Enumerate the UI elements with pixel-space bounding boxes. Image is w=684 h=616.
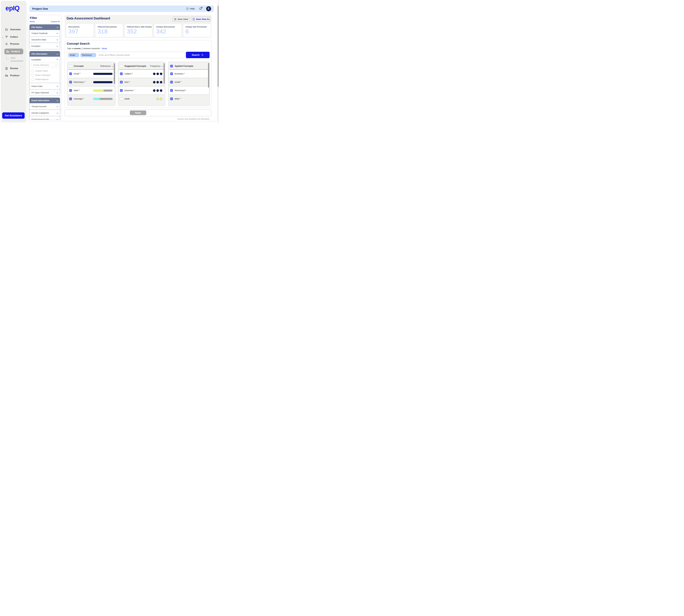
search-label: Search — [192, 54, 200, 57]
panel-scrollbar[interactable] — [208, 63, 209, 88]
filter-row-expanded[interactable]: Custodian — [29, 57, 60, 63]
project-title: Project One — [32, 7, 48, 10]
sidebar-item-overview[interactable]: Overview — [5, 27, 21, 32]
checkbox-checked[interactable] — [170, 72, 173, 75]
row-label: letter * — [175, 97, 181, 100]
sort-control[interactable]: Relevance — [100, 65, 113, 67]
checkbox-unchecked[interactable] — [120, 65, 123, 67]
save-view-button[interactable]: Save View — [173, 17, 189, 22]
help-label: Help — [190, 7, 195, 10]
sidebar-item-produce[interactable]: Produce — [5, 73, 19, 78]
checkbox-unchecked[interactable] — [69, 65, 72, 67]
checkbox-checked[interactable] — [120, 72, 123, 75]
scrollbar-thumb[interactable] — [218, 6, 219, 87]
chevron-down-icon — [56, 26, 58, 28]
sidebar-item-collect[interactable]: Collect — [5, 35, 18, 39]
filter-expand-all-link[interactable]: Expand All — [51, 21, 60, 23]
sort-control[interactable]: Frequency — [150, 65, 163, 67]
filter-row[interactable]: Parent Date — [29, 83, 60, 89]
filter-reset-link[interactable]: Reset — [30, 21, 35, 23]
sidebar-item-data-assessment[interactable]: Data Assessment — [11, 57, 26, 62]
stat-label: Unique Documents — [156, 26, 181, 28]
panel-scrollbar[interactable] — [114, 63, 115, 84]
concept-search-input[interactable]: email×thermosyn×Enter up to fifteen conc… — [67, 52, 185, 58]
custodian-option: Keilani Monroe — [31, 78, 58, 81]
filter-row[interactable]: Email Keyword Hits — [29, 116, 60, 120]
filter-row[interactable]: Document State — [29, 37, 60, 43]
checkbox-checked[interactable] — [69, 81, 72, 84]
checkbox-checked[interactable] — [170, 97, 173, 100]
checkbox-checked[interactable] — [170, 81, 173, 84]
filter-row[interactable]: Unique/ Duplicate — [29, 30, 60, 36]
gear-icon — [5, 42, 8, 46]
filter-group-header[interactable]: File Status — [29, 24, 60, 30]
checkbox-unchecked[interactable] — [120, 97, 123, 100]
concept-reset-link[interactable]: Reset — [102, 47, 107, 49]
frequency-dot — [156, 72, 159, 75]
checkbox-checked[interactable] — [120, 89, 123, 92]
concept-chip[interactable]: email× — [68, 53, 79, 57]
chip-remove-icon[interactable]: × — [76, 54, 77, 56]
table-row: thermosyn * — [68, 78, 114, 86]
row-label: email * — [74, 72, 81, 75]
sidebar-item-review[interactable]: Review — [5, 66, 18, 71]
row-label: business * — [124, 89, 135, 92]
filter-groups: File StatusUnique/ DuplicateDocument Sta… — [28, 24, 61, 120]
checkbox-unchecked[interactable] — [31, 78, 34, 81]
checkbox-unchecked[interactable] — [31, 74, 34, 76]
checkbox-unchecked[interactable] — [31, 70, 34, 72]
panel-header: Applied Concepts — [169, 63, 209, 69]
custodian-option: Joseph Foster — [31, 69, 58, 72]
row-label: email * — [175, 81, 181, 83]
frequency-dots — [153, 72, 162, 75]
sidebar-item-label: Analyze — [11, 50, 20, 53]
checkbox-checked[interactable] — [69, 97, 72, 100]
table-row: email * — [68, 69, 114, 78]
filter-group-header[interactable]: Email Information — [29, 98, 60, 103]
search-button[interactable]: Search — [186, 52, 210, 58]
chevron-down-icon — [56, 106, 58, 107]
filter-row[interactable]: PII Types Detected — [29, 89, 60, 96]
checkbox-checked[interactable] — [69, 72, 72, 75]
sidebar-item-process[interactable]: Process — [5, 42, 19, 46]
disclaimer-text: Screens and workflows are illustrative. — [177, 118, 210, 120]
include-selections-dropdown[interactable]: Include Selections — [31, 63, 58, 67]
apply-button[interactable]: Apply — [130, 110, 146, 115]
sidebar: epIQ OverviewCollectProcessAnalyzeData A… — [1, 1, 26, 123]
chip-remove-icon[interactable]: × — [93, 54, 94, 56]
filter-row[interactable]: Exception — [29, 43, 60, 49]
frequency-dot — [156, 81, 159, 84]
panel-scrollbar[interactable] — [164, 63, 165, 84]
filter-section: Thread Inclusive — [29, 103, 60, 110]
row-label: message * — [74, 97, 84, 100]
notifications-button[interactable] — [199, 7, 202, 10]
filter-row[interactable]: Thread Inclusive — [29, 103, 60, 110]
filter-row[interactable]: Domain Categories — [29, 110, 60, 116]
window-scrollbar[interactable] — [218, 0, 219, 123]
checkbox-checked[interactable] — [69, 89, 72, 92]
panel-title: Concepts — [74, 65, 84, 67]
get-assistance-button[interactable]: Get Assistance — [2, 112, 25, 119]
concept-chip[interactable]: thermosyn× — [81, 53, 96, 57]
checkbox-checked[interactable] — [170, 89, 173, 92]
help-icon: ? — [186, 7, 189, 10]
frequency-dots — [153, 89, 162, 92]
project-header-bar: Project One ? Help E — [29, 5, 213, 12]
frequency-dot — [156, 89, 159, 92]
help-button[interactable]: ? Help — [186, 7, 195, 10]
checkbox-checked[interactable] — [120, 81, 123, 84]
relevance-bar-fill — [93, 90, 104, 92]
row-label: thermosyn * — [74, 81, 85, 83]
save-view-as-button[interactable]: Save View As — [191, 17, 211, 22]
checkbox-checked[interactable] — [170, 65, 173, 67]
filter-row-label: PII Types Detected — [31, 91, 49, 94]
table-row: business * — [169, 69, 209, 78]
filter-group-header-label: File Information — [31, 53, 47, 55]
table-row: letter * — [169, 94, 209, 103]
stat-card: Documents397 — [66, 24, 94, 37]
stat-value: 342 — [156, 28, 181, 35]
folder-icon — [5, 28, 8, 31]
filter-group-header[interactable]: File Information — [29, 51, 60, 57]
avatar[interactable]: E — [206, 6, 211, 11]
sidebar-item-analyze[interactable]: Analyze — [4, 49, 23, 54]
